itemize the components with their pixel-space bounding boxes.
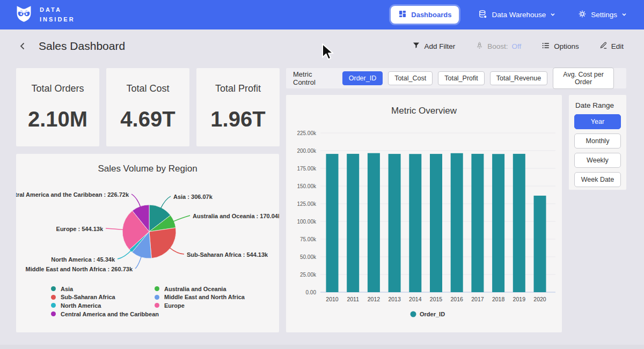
options-button[interactable]: Options [538,41,582,52]
pie-leader-line [131,194,141,207]
metric-chip-avg-cost-per-order[interactable]: Avg. Cost per Order [553,68,614,89]
bar-chart-panel: Metric Overview 225.00k200.00k175.00k150… [286,95,562,332]
kpi-card-total-profit: Total Profit 1.96T [196,68,280,146]
y-tick-label: 0.00 [306,289,317,295]
kpi-card-total-cost: Total Cost 4.69T [106,68,189,146]
legend-dot [51,303,56,308]
owl-logo-icon [14,4,34,26]
bar-2012[interactable] [368,153,380,292]
kpi-label: Total Cost [126,83,169,94]
metric-chip-total-profit[interactable]: Total_Profit [438,71,485,85]
date-range-year[interactable]: Year [574,114,621,129]
bar-2016[interactable] [451,153,463,292]
y-tick-label: 100.00k [297,219,317,225]
pie-leader-line [173,216,190,221]
pie-slice-label: Asia : 306.07k [173,194,213,200]
pie-slice-label: North America : 45.34k [51,256,115,263]
bar-2019[interactable] [513,154,525,292]
bar-2015[interactable] [430,154,442,292]
pie-legend: AsiaSub-Saharan AfricaNorth AmericaCentr… [51,285,245,318]
nav-dashboards-label: Dashboards [411,11,451,19]
chevron-down-icon [550,11,555,19]
legend-item-asia[interactable]: Asia [51,285,155,293]
y-tick-label: 200.00k [297,148,317,154]
list-options-icon [541,41,550,51]
chevron-down-icon [621,11,627,19]
legend-item-middle-east-and-north-africa[interactable]: Middle East and North Africa [155,293,245,302]
kpi-label: Total Profit [215,83,261,94]
brand-text: DATA INSIDER [40,5,75,24]
y-tick-label: 150.00k [297,183,317,189]
metric-chip-total-cost[interactable]: Total_Cost [388,71,433,85]
boost-toggle[interactable]: Boost: Off [472,41,524,51]
date-range-week-date[interactable]: Week Date [574,172,621,187]
x-tick-label: 2015 [430,296,443,302]
metric-chip-order-id[interactable]: Order_ID [342,71,383,85]
kpi-value: 4.69T [120,107,175,131]
legend-item-europe[interactable]: Europe [155,301,245,310]
bar-2020[interactable] [534,196,546,292]
nav-data-warehouse-label: Data Warehouse [492,11,546,19]
x-tick-label: 2014 [409,296,422,302]
kpi-value: 1.96T [210,107,265,131]
nav-dashboards-button[interactable]: Dashboards [391,6,459,24]
bottom-strip [0,345,644,349]
x-tick-label: 2019 [513,296,526,302]
date-range-monthly[interactable]: Monthly [574,133,621,148]
pie-slice-label: Europe : 544.13k [56,226,104,232]
date-range-label: Date Range [575,101,621,109]
bar-legend-label[interactable]: Order_ID [420,311,445,317]
legend-item-sub-saharan-africa[interactable]: Sub-Saharan Africa [51,293,155,302]
legend-dot [155,303,159,308]
add-filter-button[interactable]: Add Filter [409,41,458,51]
legend-label: Europe [164,302,185,309]
pie-slice-label: Sub-Saharan Africa : 544.13k [187,251,268,258]
legend-item-north-america[interactable]: North America [51,301,155,310]
pie-slice-label: Central America and the Caribbean : 226.… [16,191,129,198]
pie-chart-panel: Sales Volume by Region Asia : 306.07kAus… [16,154,279,332]
x-tick-label: 2013 [388,296,401,302]
date-range-weekly[interactable]: Weekly [574,153,621,168]
legend-label: Central America and the Caribbean [61,311,159,317]
legend-dot [51,311,56,316]
bar-2013[interactable] [389,154,401,292]
legend-item-central-america-and-the-caribbean[interactable]: Central America and the Caribbean [51,310,155,318]
gear-icon [578,10,587,20]
pie-slice-sub-saharan-africa[interactable] [149,228,176,258]
bar-2014[interactable] [409,154,421,292]
legend-item-australia-and-oceania[interactable]: Australia and Oceania [155,285,245,293]
page-header: Sales Dashboard Add Filter Boost: Off [0,29,644,63]
legend-dot [155,286,159,291]
x-tick-label: 2010 [326,296,339,302]
kpi-value: 2.10M [28,107,87,131]
x-tick-label: 2017 [471,296,484,302]
filter-funnel-icon [412,41,420,51]
legend-label: Middle East and North Africa [164,294,245,300]
back-button[interactable] [17,41,28,51]
boost-status: Off [511,42,521,50]
kpi-card-total-orders: Total Orders 2.10M [16,68,99,146]
y-tick-label: 175.00k [297,166,317,172]
legend-dot [155,295,159,300]
bar-legend-dot [411,311,416,317]
bar-2010[interactable] [326,154,339,292]
metric-control-strip: Metric Control Order_IDTotal_CostTotal_P… [286,68,626,88]
pie-slice-label: Australia and Oceania : 170.04k [193,213,279,219]
top-navbar: DATA INSIDER Dashboards Da [0,0,644,29]
pie-leader-line [170,248,184,254]
nav-settings-button[interactable]: Settings [575,9,630,20]
nav-data-warehouse-button[interactable]: Data Warehouse [475,9,559,21]
bar-2017[interactable] [471,154,484,292]
bar-2011[interactable] [347,154,359,292]
x-tick-label: 2018 [492,296,505,302]
page-title: Sales Dashboard [39,40,125,53]
rocket-icon [475,41,484,51]
pie-slice-label: Middle East and North Africa : 260.73k [26,266,133,272]
pie-leader-line [160,196,171,209]
pie-leader-line [118,250,131,259]
pie-leader-line [135,256,142,269]
bar-2018[interactable] [492,154,504,292]
x-tick-label: 2016 [451,296,464,302]
edit-button[interactable]: Edit [596,41,627,51]
metric-chip-total-revenue[interactable]: Total_Revenue [490,71,547,85]
